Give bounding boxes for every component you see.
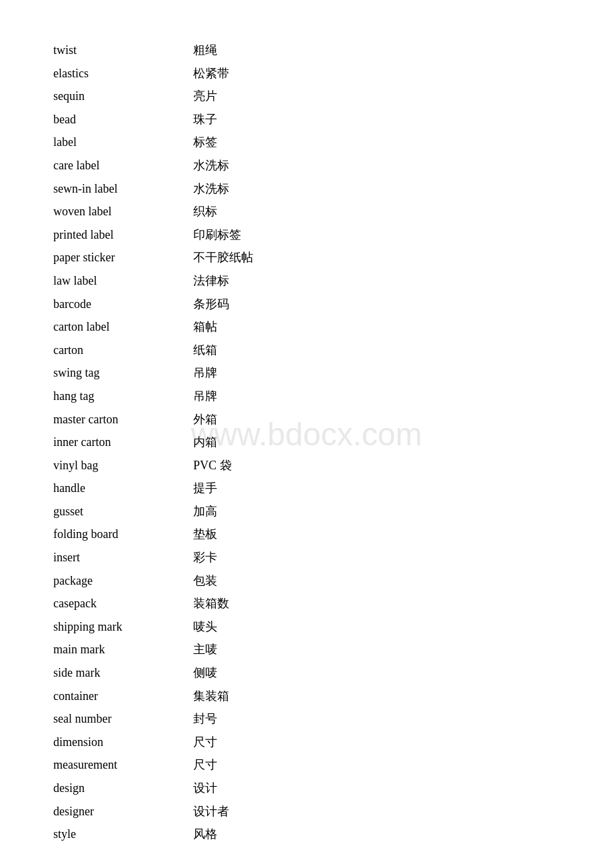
chinese-term: 封号 [193, 709, 217, 729]
chinese-term: 法律标 [193, 271, 229, 291]
chinese-term: 织标 [193, 201, 217, 222]
chinese-term: 不干胶纸帖 [193, 247, 253, 268]
vocab-item: side mark侧唛 [53, 663, 560, 683]
vocab-item: law label法律标 [53, 271, 560, 291]
english-term: package [53, 571, 187, 591]
vocab-item: barcode条形码 [53, 294, 560, 315]
english-term: inner carton [53, 432, 187, 453]
vocab-item: casepack装箱数 [53, 593, 560, 614]
english-term: carton label [53, 317, 187, 337]
english-term: style [53, 824, 187, 845]
chinese-term: 装箱数 [193, 593, 229, 614]
chinese-term: 主唛 [193, 639, 217, 660]
chinese-term: 设计 [193, 778, 217, 799]
chinese-term: 外箱 [193, 409, 217, 430]
english-term: twist [53, 40, 187, 61]
chinese-term: 集装箱 [193, 686, 229, 707]
english-term: label [53, 132, 187, 153]
chinese-term: 包装 [193, 571, 217, 591]
chinese-term: PVC 袋 [193, 455, 232, 476]
vocabulary-list: twist粗绳elastics松紧带sequin亮片bead珠子label标签c… [53, 40, 560, 845]
vocab-item: main mark主唛 [53, 639, 560, 660]
chinese-term: 风格 [193, 824, 217, 845]
chinese-term: 吊牌 [193, 386, 217, 407]
vocab-item: swing tag吊牌 [53, 363, 560, 383]
english-term: seal number [53, 709, 187, 729]
english-term: carton [53, 340, 187, 361]
chinese-term: 亮片 [193, 86, 217, 107]
vocab-item: measurement尺寸 [53, 755, 560, 775]
vocab-item: container集装箱 [53, 686, 560, 707]
chinese-term: 标签 [193, 132, 217, 153]
vocab-item: care label水洗标 [53, 155, 560, 176]
chinese-term: 垫板 [193, 524, 217, 545]
chinese-term: 粗绳 [193, 40, 217, 61]
vocab-item: printed label印刷标签 [53, 225, 560, 245]
english-term: printed label [53, 225, 187, 245]
english-term: casepack [53, 593, 187, 614]
vocab-item: gusset加高 [53, 501, 560, 522]
english-term: hang tag [53, 386, 187, 407]
chinese-term: 箱帖 [193, 317, 217, 337]
vocab-item: vinyl bagPVC 袋 [53, 455, 560, 476]
english-term: elastics [53, 63, 187, 84]
chinese-term: 设计者 [193, 801, 229, 822]
vocab-item: elastics松紧带 [53, 63, 560, 84]
vocab-item: master carton外箱 [53, 409, 560, 430]
vocab-item: package包装 [53, 571, 560, 591]
vocab-item: label标签 [53, 132, 560, 153]
english-term: folding board [53, 524, 187, 545]
english-term: law label [53, 271, 187, 291]
vocab-item: hang tag吊牌 [53, 386, 560, 407]
vocab-item: twist粗绳 [53, 40, 560, 61]
vocab-item: bead珠子 [53, 109, 560, 130]
chinese-term: 尺寸 [193, 732, 217, 753]
chinese-term: 加高 [193, 501, 217, 522]
english-term: designer [53, 801, 187, 822]
chinese-term: 水洗标 [193, 179, 229, 199]
english-term: vinyl bag [53, 455, 187, 476]
english-term: main mark [53, 639, 187, 660]
english-term: master carton [53, 409, 187, 430]
vocab-item: inner carton内箱 [53, 432, 560, 453]
english-term: sewn-in label [53, 179, 187, 199]
chinese-term: 松紧带 [193, 63, 229, 84]
chinese-term: 吊牌 [193, 363, 217, 383]
chinese-term: 尺寸 [193, 755, 217, 775]
vocab-item: sewn-in label水洗标 [53, 179, 560, 199]
english-term: gusset [53, 501, 187, 522]
vocab-item: seal number封号 [53, 709, 560, 729]
vocab-item: handle提手 [53, 478, 560, 499]
english-term: handle [53, 478, 187, 499]
english-term: side mark [53, 663, 187, 683]
english-term: design [53, 778, 187, 799]
chinese-term: 珠子 [193, 109, 217, 130]
chinese-term: 水洗标 [193, 155, 229, 176]
english-term: container [53, 686, 187, 707]
vocab-item: shipping mark唛头 [53, 617, 560, 637]
chinese-term: 彩卡 [193, 547, 217, 568]
vocab-item: style风格 [53, 824, 560, 845]
chinese-term: 内箱 [193, 432, 217, 453]
vocab-item: woven label织标 [53, 201, 560, 222]
vocab-item: carton label箱帖 [53, 317, 560, 337]
chinese-term: 印刷标签 [193, 225, 241, 245]
english-term: bead [53, 109, 187, 130]
english-term: barcode [53, 294, 187, 315]
english-term: care label [53, 155, 187, 176]
chinese-term: 侧唛 [193, 663, 217, 683]
chinese-term: 条形码 [193, 294, 229, 315]
vocab-item: folding board垫板 [53, 524, 560, 545]
chinese-term: 唛头 [193, 617, 217, 637]
vocab-item: carton纸箱 [53, 340, 560, 361]
chinese-term: 纸箱 [193, 340, 217, 361]
vocab-item: design设计 [53, 778, 560, 799]
vocab-item: paper sticker不干胶纸帖 [53, 247, 560, 268]
english-term: measurement [53, 755, 187, 775]
english-term: woven label [53, 201, 187, 222]
english-term: sequin [53, 86, 187, 107]
vocab-item: sequin亮片 [53, 86, 560, 107]
english-term: paper sticker [53, 247, 187, 268]
vocab-item: designer设计者 [53, 801, 560, 822]
english-term: shipping mark [53, 617, 187, 637]
